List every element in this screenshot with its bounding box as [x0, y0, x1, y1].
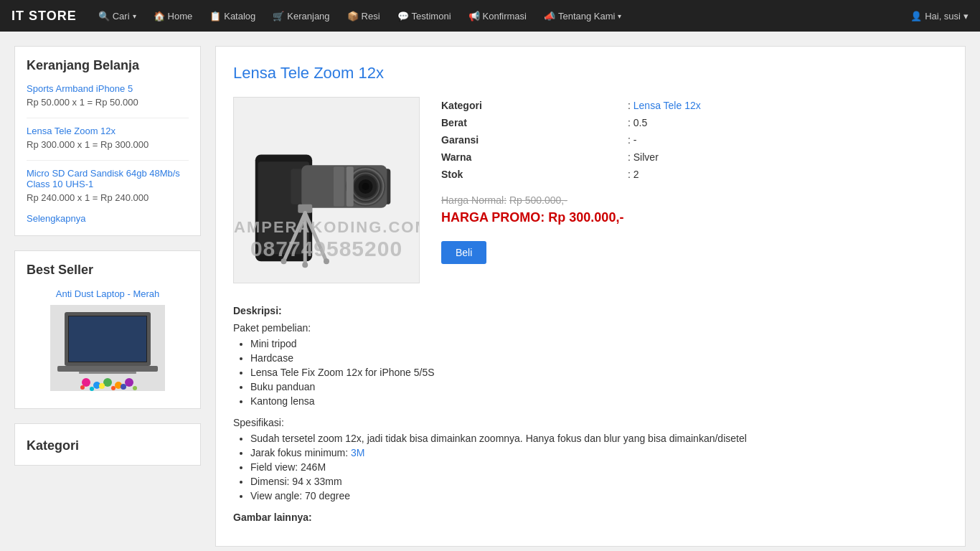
- cart-item-1: Sports Armband iPhone 5 Rp 50.000 x 1 = …: [27, 83, 189, 108]
- cart-item-2-link[interactable]: Lensa Tele Zoom 12x: [27, 126, 189, 136]
- cart-item-1-price: Rp 50.000 x 1 = Rp 50.000: [27, 97, 138, 108]
- nav-testimoni[interactable]: 💬 Testimoni: [390, 6, 458, 26]
- main-content: Lensa Tele Zoom 12x: [215, 46, 966, 547]
- nav-items: 🔍 Cari ▾ 🏠 Home 📋 Katalog 🛒 Keranjang 📦 …: [91, 6, 910, 26]
- garansi-row: Garansi : -: [441, 131, 948, 149]
- nav-search[interactable]: 🔍 Cari ▾: [91, 6, 143, 26]
- nav-katalog[interactable]: 📋 Katalog: [202, 6, 263, 26]
- berat-row: Berat : 0.5: [441, 114, 948, 131]
- warna-row: Warna : Silver: [441, 149, 948, 166]
- best-seller-item: Anti Dust Laptop - Merah: [27, 288, 189, 391]
- kategori-label: Kategori: [441, 97, 628, 114]
- paket-list: Mini tripod Hardcase Lensa Tele Fix Zoom…: [233, 338, 948, 407]
- svg-point-13: [99, 383, 105, 389]
- stok-value: 2: [633, 169, 639, 180]
- nav-home[interactable]: 🏠 Home: [146, 6, 200, 26]
- warna-value-cell: : Silver: [628, 149, 948, 166]
- svg-point-15: [121, 384, 126, 390]
- beli-button[interactable]: Beli: [441, 241, 486, 264]
- product-title: Lensa Tele Zoom 12x: [233, 64, 948, 83]
- chevron-down-icon: ▾: [618, 12, 621, 20]
- kategori-row: Kategori : Lensa Tele 12x: [441, 97, 948, 114]
- list-item: Sudah tersetel zoom 12x, jadi tidak bisa…: [250, 433, 948, 444]
- stok-row: Stok : 2: [441, 166, 948, 183]
- user-icon: 👤: [910, 11, 922, 22]
- svg-rect-29: [334, 166, 344, 207]
- svg-rect-3: [69, 316, 146, 362]
- sidebar: Keranjang Belanja Sports Armband iPhone …: [14, 46, 201, 547]
- best-seller-link[interactable]: Anti Dust Laptop - Merah: [56, 288, 160, 299]
- watermark-top-text: AMPERAKODING.COM: [234, 218, 419, 237]
- best-seller-image: [50, 305, 165, 391]
- sidebar-best-seller-section: Best Seller Anti Dust Laptop - Merah: [14, 250, 201, 409]
- nav-tentang[interactable]: 📣 Tentang Kami ▾: [537, 6, 629, 26]
- navbar: IT STORE 🔍 Cari ▾ 🏠 Home 📋 Katalog 🛒 Ker…: [0, 0, 980, 32]
- more-link[interactable]: Selengkapnya: [27, 213, 189, 224]
- cart-item-3-price: Rp 240.000 x 1 = Rp 240.000: [27, 192, 149, 203]
- cart-item-2: Lensa Tele Zoom 12x Rp 300.000 x 1 = Rp …: [27, 126, 189, 150]
- deskripsi-label: Deskripsi:: [233, 305, 948, 316]
- stok-value-cell: : 2: [628, 166, 948, 183]
- tentang-icon: 📣: [544, 11, 555, 22]
- berat-value: 0.5: [633, 117, 647, 128]
- harga-normal-value: Rp 500.000,-: [509, 194, 567, 206]
- stok-label: Stok: [441, 166, 628, 183]
- garansi-value-cell: : -: [628, 131, 948, 149]
- cart-icon: 🛒: [273, 11, 284, 22]
- paket-label: Paket pembelian:: [233, 322, 948, 334]
- brand-logo: IT STORE: [11, 9, 77, 24]
- list-item: View angle: 70 degree: [250, 490, 948, 501]
- svg-rect-5: [79, 372, 136, 374]
- watermark-overlay: AMPERAKODING.COM 087749585200: [234, 218, 419, 261]
- harga-promo: HARGA PROMO: Rp 300.000,-: [441, 210, 948, 225]
- svg-point-16: [133, 386, 137, 390]
- list-item: Kantong lensa: [250, 395, 948, 407]
- cart-item-2-price: Rp 300.000 x 1 = Rp 300.000: [27, 139, 149, 150]
- sidebar-cart-section: Keranjang Belanja Sports Armband iPhone …: [14, 46, 201, 236]
- spesifikasi-label: Spesifikasi:: [233, 417, 948, 428]
- nav-resi[interactable]: 📦 Resi: [340, 6, 387, 26]
- warna-label: Warna: [441, 149, 628, 166]
- best-seller-title: Best Seller: [27, 263, 189, 278]
- sidebar-kategori-section: Kategori: [14, 423, 201, 466]
- garansi-value: -: [633, 134, 637, 146]
- product-details-table: Kategori : Lensa Tele 12x Berat : 0.5 Ga…: [441, 97, 948, 183]
- gambar-lainnya-label: Gambar lainnya:: [233, 512, 948, 523]
- catalog-icon: 📋: [209, 11, 221, 22]
- berat-value-cell: : 0.5: [628, 114, 948, 131]
- harga-normal-label: Harga Normal:: [441, 194, 507, 206]
- list-item: Buku panduan: [250, 381, 948, 392]
- testimoni-icon: 💬: [397, 11, 409, 22]
- list-item: Lensa Tele Fix Zoom 12x for iPhone 5/5S: [250, 367, 948, 378]
- cart-section-title: Keranjang Belanja: [27, 58, 189, 73]
- list-item: Jarak fokus minimum: 3M: [250, 447, 948, 458]
- kategori-title: Kategori: [27, 438, 189, 453]
- svg-point-36: [302, 262, 308, 268]
- product-image-box: AMPERAKODING.COM 087749585200 AMPERAKODI…: [233, 97, 420, 283]
- divider: [27, 160, 189, 161]
- kategori-value-link[interactable]: Lensa Tele 12x: [633, 100, 701, 111]
- spesifikasi-list: Sudah tersetel zoom 12x, jadi tidak bisa…: [233, 433, 948, 501]
- cart-item-3-link[interactable]: Micro SD Card Sandisk 64gb 48Mb/s Class …: [27, 168, 189, 189]
- list-item: Field view: 246M: [250, 461, 948, 473]
- nav-keranjang[interactable]: 🛒 Keranjang: [265, 6, 336, 26]
- resi-icon: 📦: [347, 11, 359, 22]
- svg-point-26: [362, 183, 369, 190]
- user-menu[interactable]: 👤 Hai, susi ▾: [910, 11, 969, 22]
- product-info: Kategori : Lensa Tele 12x Berat : 0.5 Ga…: [441, 97, 948, 283]
- warna-value: Silver: [633, 151, 659, 163]
- cart-item-3: Micro SD Card Sandisk 64gb 48Mb/s Class …: [27, 168, 189, 203]
- svg-rect-4: [57, 366, 158, 372]
- svg-rect-30: [347, 166, 354, 207]
- chevron-down-icon: ▾: [133, 12, 136, 20]
- list-item: Mini tripod: [250, 338, 948, 349]
- garansi-label: Garansi: [441, 131, 628, 149]
- svg-point-10: [125, 378, 133, 387]
- svg-point-11: [80, 385, 85, 390]
- nav-konfirmasi[interactable]: 📢 Konfirmasi: [461, 6, 534, 26]
- chevron-down-icon: ▾: [963, 11, 969, 22]
- cart-item-1-link[interactable]: Sports Armband iPhone 5: [27, 83, 189, 94]
- description-section: Deskripsi: Paket pembelian: Mini tripod …: [233, 305, 948, 523]
- list-item: Dimensi: 94 x 33mm: [250, 476, 948, 487]
- harga-normal: Harga Normal: Rp 500.000,-: [441, 194, 948, 206]
